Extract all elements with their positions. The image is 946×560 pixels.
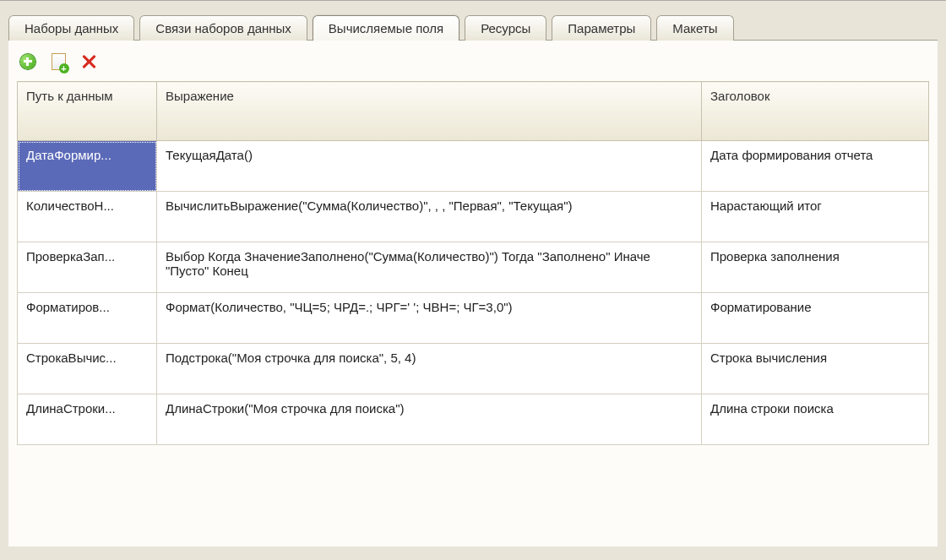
table-row[interactable]: ДатаФормир... ТекущаяДата() Дата формиро… xyxy=(18,141,929,192)
cell-title[interactable]: Нарастающий итог xyxy=(702,192,929,242)
table-header-row: Путь к данным Выражение Заголовок xyxy=(18,82,929,141)
cell-path[interactable]: СтрокаВычис... xyxy=(18,344,157,394)
col-header-path[interactable]: Путь к данным xyxy=(18,82,157,141)
cell-expr[interactable]: ТекущаяДата() xyxy=(157,141,702,192)
toolbar xyxy=(17,49,929,81)
table-row[interactable]: ПроверкаЗап... Выбор Когда ЗначениеЗапол… xyxy=(18,242,929,293)
cell-path[interactable]: ДатаФормир... xyxy=(18,141,157,192)
add-button[interactable] xyxy=(19,52,37,71)
table-row[interactable]: ДлинаСтроки... ДлинаСтроки("Моя строчка … xyxy=(18,394,929,445)
tab-dataset-links[interactable]: Связи наборов данных xyxy=(139,15,307,41)
cell-expr[interactable]: ВычислитьВыражение("Сумма(Количество)", … xyxy=(157,192,702,242)
cell-title[interactable]: Строка вычисления xyxy=(702,344,929,394)
fields-table[interactable]: Путь к данным Выражение Заголовок ДатаФо… xyxy=(17,81,929,445)
tab-resources[interactable]: Ресурсы xyxy=(465,15,546,41)
table-row[interactable]: КоличествоН... ВычислитьВыражение("Сумма… xyxy=(18,192,929,242)
delete-icon xyxy=(81,54,96,69)
table-row[interactable]: Форматиров... Формат(Количество, "ЧЦ=5; … xyxy=(18,293,929,344)
cell-title[interactable]: Дата формирования отчета xyxy=(702,141,929,192)
cell-expr[interactable]: ДлинаСтроки("Моя строчка для поиска") xyxy=(157,394,702,445)
cell-title[interactable]: Форматирование xyxy=(702,293,929,344)
cell-title[interactable]: Проверка заполнения xyxy=(702,242,929,293)
tab-bar: Наборы данных Связи наборов данных Вычис… xyxy=(0,1,946,40)
cell-path[interactable]: КоличествоН... xyxy=(18,192,157,242)
document-add-icon xyxy=(52,53,66,70)
cell-path[interactable]: ПроверкаЗап... xyxy=(18,242,157,293)
tab-datasets[interactable]: Наборы данных xyxy=(8,15,134,41)
cell-path[interactable]: Форматиров... xyxy=(18,293,157,344)
col-header-expr[interactable]: Выражение xyxy=(157,82,702,141)
delete-button[interactable] xyxy=(79,52,98,71)
tab-parameters[interactable]: Параметры xyxy=(552,15,651,41)
add-from-template-button[interactable] xyxy=(49,52,68,71)
cell-expr[interactable]: Выбор Когда ЗначениеЗаполнено("Сумма(Кол… xyxy=(157,242,702,293)
cell-expr[interactable]: Подстрока("Моя строчка для поиска", 5, 4… xyxy=(157,344,702,394)
table-row[interactable]: СтрокаВычис... Подстрока("Моя строчка дл… xyxy=(18,344,929,394)
add-icon xyxy=(20,54,35,69)
cell-title[interactable]: Длина строки поиска xyxy=(702,394,929,445)
app-window: Наборы данных Связи наборов данных Вычис… xyxy=(0,0,946,560)
tab-panel: Путь к данным Выражение Заголовок ДатаФо… xyxy=(8,40,938,546)
cell-path[interactable]: ДлинаСтроки... xyxy=(18,394,157,445)
cell-expr[interactable]: Формат(Количество, "ЧЦ=5; ЧРД=.; ЧРГ=' '… xyxy=(157,293,702,344)
tab-calculated-fields[interactable]: Вычисляемые поля xyxy=(313,15,459,41)
col-header-title[interactable]: Заголовок xyxy=(702,82,929,141)
tab-layouts[interactable]: Макеты xyxy=(656,15,733,41)
